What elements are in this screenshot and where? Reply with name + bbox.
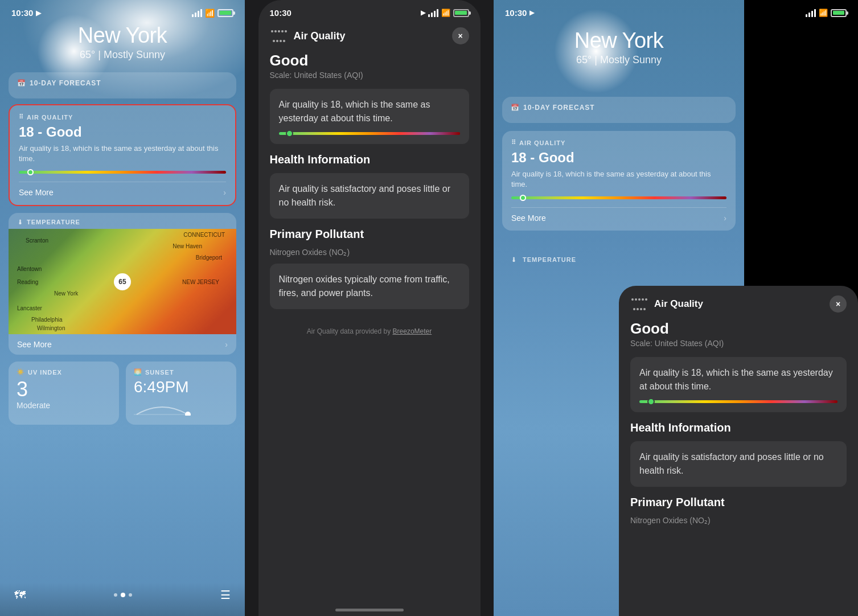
overlay-dots-icon-p3: [630, 295, 648, 313]
aq-dots-p3: ⠿: [511, 139, 516, 146]
panel-weather-overlay: 10:30 ▶ 📶 New York 65° | Mostly Sunny 📅 …: [494, 0, 858, 616]
chevron-right-icon-p1: ›: [223, 188, 226, 197]
map-label-wilmington: Wilmington: [37, 325, 65, 331]
pollutant-heading-p2: Primary Pollutant: [270, 228, 469, 241]
map-label-allentown: Allentown: [17, 266, 42, 272]
map-label-bridgeport: Bridgeport: [196, 254, 222, 261]
aqi-indicator-p3: [520, 195, 526, 201]
overlay-content-p3: Good Scale: United States (AQI) Air qual…: [630, 320, 847, 525]
list-nav-icon[interactable]: ☰: [220, 588, 231, 602]
uv-value-p1: 3: [17, 379, 111, 400]
city-header-p1: New York 65° | Mostly Sunny: [0, 23, 245, 61]
sunset-value-p1: 6:49PM: [134, 379, 228, 395]
navigation-icon-p1: ▶: [36, 9, 41, 17]
time-p1: 10:30: [11, 8, 33, 18]
map-nav-icon[interactable]: 🗺: [14, 589, 26, 602]
page-dots: [114, 593, 132, 597]
thermometer-icon-p1: 🌡: [17, 219, 24, 225]
uv-sub-p1: Moderate: [17, 401, 111, 410]
temp-badge-p1: 65: [114, 273, 131, 290]
aqi-bar-p3: [511, 196, 726, 199]
overlay-health-heading-p3: Health Information: [630, 421, 847, 434]
battery-p2: [453, 9, 469, 17]
overlay-header-p3: Air Quality ×: [630, 286, 847, 320]
overlay-quality-level-p3: Good: [630, 320, 847, 338]
temp-see-more-p1[interactable]: See More ›: [9, 334, 236, 355]
aq-desc-p3: Air quality is 18, which is the same as …: [511, 169, 726, 190]
map-label-scranton: Scranton: [26, 237, 48, 244]
wifi-icon-p2: 📶: [441, 9, 450, 17]
map-label-newjersey: NEW JERSEY: [182, 279, 219, 285]
signal-p3: [806, 9, 816, 17]
time-p2: 10:30: [270, 8, 292, 18]
aqi-dots-icon: [270, 27, 288, 45]
forecast-label-p1: 📅 10-DAY FORECAST: [17, 79, 228, 87]
forecast-label-p3: 📅 10-DAY FORECAST: [511, 104, 727, 112]
calendar-icon-p3: 📅: [511, 104, 520, 112]
sunset-icon-p1: 🌅: [134, 368, 142, 376]
chevron-right-p3: ›: [724, 213, 726, 223]
footer-link-p2[interactable]: BreezoMeter: [393, 327, 432, 335]
sun-icon-p1: ☀️: [17, 368, 25, 376]
overlay-pollutant-heading-p3: Primary Pollutant: [630, 496, 847, 509]
sunset-card-p1: 🌅 SUNSET 6:49PM: [126, 362, 236, 425]
forecast-strip-p3: 📅 10-DAY FORECAST: [502, 97, 736, 123]
pollutant-sub-p2: Nitrogen Oxides (NO₂): [270, 248, 469, 257]
aq-content-p2: Good Scale: United States (AQI) Air qual…: [258, 52, 481, 611]
panel-weather: 10:30 ▶ 📶 New York 65° | Mostly Sunny 📅 …: [0, 0, 245, 616]
temp-label-p3: 🌡 TEMPERATURE: [511, 256, 576, 263]
aqi-bar-p2: [279, 132, 460, 135]
health-card-p2: Air quality is satisfactory and poses li…: [270, 173, 469, 219]
nav-icon-p2: ▶: [421, 9, 425, 17]
close-button-overlay-p3[interactable]: ×: [830, 295, 847, 313]
aqi-dot-p2: [286, 130, 293, 137]
aq-dots-icon-p1: ⠿: [19, 113, 24, 121]
pollutant-card-p2: Nitrogen oxides typically come from traf…: [270, 264, 469, 309]
health-text-p2: Air quality is satisfactory and poses li…: [279, 182, 460, 210]
city-name-p3: New York: [494, 28, 744, 53]
aq-card-p3[interactable]: ⠿ AIR QUALITY 18 - Good Air quality is 1…: [502, 131, 736, 231]
overlay-aqi-dot-p3: [647, 398, 655, 405]
status-icons-p2: ▶ 📶: [421, 9, 469, 17]
overlay-summary-card-p3: Air quality is 18, which is the same as …: [630, 357, 847, 412]
battery-icon-p1: [217, 9, 233, 17]
status-bar-p2: 10:30 ▶ 📶: [258, 0, 481, 18]
calendar-icon-p1: 📅: [17, 79, 26, 87]
temp-map-card-p1: 🌡 TEMPERATURE CONNECTICUT Scranton New H…: [9, 213, 236, 355]
signal-bars-p1: [192, 9, 202, 17]
map-label-newhaven: New Haven: [173, 243, 202, 249]
map-label-nyc: New York: [54, 290, 78, 297]
quality-level-p2: Good: [270, 52, 469, 69]
city-weather-p1: 65° | Mostly Sunny: [0, 49, 245, 61]
panel-air-quality-detail: 10:30 ▶ 📶: [245, 0, 494, 616]
map-label-lancaster: Lancaster: [17, 305, 42, 311]
status-icons-p1: 📶: [192, 9, 233, 18]
bottom-nav-p1: 🗺 ☰: [0, 582, 245, 616]
overlay-health-text-p3: Air quality is satisfactory and poses li…: [639, 450, 838, 478]
chevron-right-temp-p1: ›: [225, 340, 228, 349]
nav-icon-p3: ▶: [529, 9, 534, 17]
aq-header-left: Air Quality: [270, 27, 346, 45]
signal-p2: [428, 9, 438, 17]
close-button-p2[interactable]: ×: [452, 27, 469, 44]
time-p3: 10:30: [505, 8, 527, 18]
uv-label-p1: ☀️ UV INDEX: [17, 368, 111, 376]
thermometer-icon-p3: 🌡: [511, 256, 518, 263]
footer-p2: Air Quality data provided by BreezoMeter: [270, 318, 469, 347]
map-label-reading: Reading: [17, 279, 38, 285]
air-quality-card-p1[interactable]: ⠿ AIR QUALITY 18 - Good Air quality is 1…: [9, 104, 236, 206]
overlay-title-text-p3: Air Quality: [654, 298, 703, 310]
overlay-pollutant-sub-p3: Nitrogen Oxides (NO₂): [630, 516, 847, 525]
svg-point-0: [185, 412, 191, 416]
health-heading-p2: Health Information: [270, 153, 469, 166]
mini-cards-p1: ☀️ UV INDEX 3 Moderate 🌅 SUNSET 6:49PM: [9, 362, 236, 425]
phone-chrome-p2: 10:30 ▶ 📶: [258, 0, 481, 616]
overlay-title-p3: Air Quality: [630, 295, 703, 313]
forecast-strip-p1: 📅 10-DAY FORECAST: [9, 72, 236, 98]
sunset-arc-p1: [134, 399, 191, 416]
see-more-p3[interactable]: See More ›: [511, 207, 726, 223]
city-weather-p3: 65° | Mostly Sunny: [494, 54, 744, 66]
see-more-p1[interactable]: See More ›: [19, 182, 226, 197]
wifi-icon-p1: 📶: [205, 9, 215, 18]
uv-card-p1: ☀️ UV INDEX 3 Moderate: [9, 362, 119, 425]
